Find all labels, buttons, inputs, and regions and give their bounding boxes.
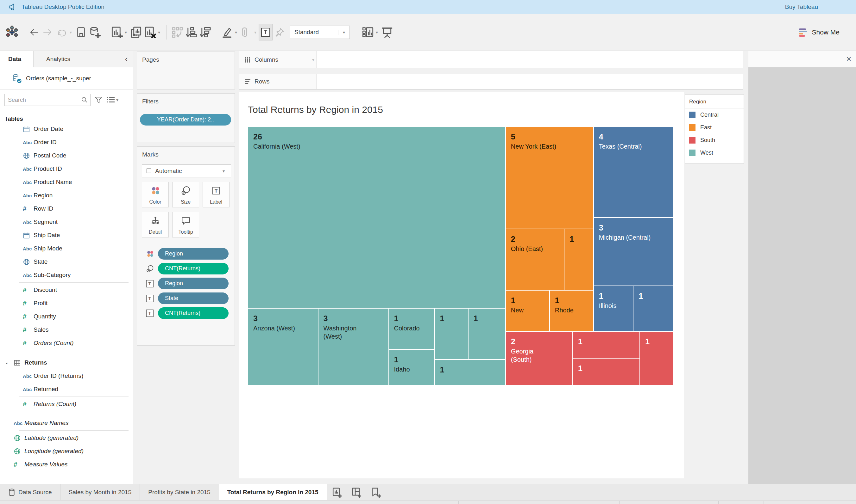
- field-order-id[interactable]: AbcOrder ID: [0, 136, 133, 149]
- rows-drop-zone[interactable]: [317, 74, 743, 89]
- legend-item-east[interactable]: East: [685, 121, 743, 134]
- new-dashboard-tab-button[interactable]: [347, 484, 366, 500]
- sort-descending-button[interactable]: [198, 24, 212, 40]
- sort-ascending-button[interactable]: [184, 24, 198, 40]
- tab-data[interactable]: Data: [0, 51, 33, 67]
- show-hide-cards-caret-icon[interactable]: ▾: [376, 30, 380, 35]
- sheet-tab-total-returns-by-region-in-2015[interactable]: Total Returns by Region in 2015: [219, 484, 327, 500]
- mark-type-dropdown[interactable]: Automatic ▾: [142, 164, 231, 177]
- color-button[interactable]: Color: [142, 182, 169, 208]
- field-orders-count[interactable]: #Orders (Count): [0, 337, 133, 350]
- field-order-date[interactable]: Order Date: [0, 122, 133, 136]
- pill-state[interactable]: State: [158, 292, 228, 304]
- field-discount[interactable]: #Discount: [0, 283, 133, 296]
- treemap-cell-california-west[interactable]: 26California (West): [248, 126, 506, 308]
- buy-tableau-link[interactable]: Buy Tableau: [785, 3, 818, 11]
- treemap-cell-washington-west[interactable]: 3Washington (West): [318, 308, 389, 385]
- columns-shelf[interactable]: Columns ▾: [239, 51, 743, 68]
- treemap-cell-south-20[interactable]: 1: [640, 331, 673, 385]
- color-legend-card[interactable]: Region CentralEastSouthWest: [685, 94, 744, 164]
- treemap-cell-texas-central[interactable]: 4Texas (Central): [594, 126, 673, 218]
- field-returns[interactable]: ⌄Returns: [0, 356, 133, 369]
- view-options-button[interactable]: ▾: [106, 96, 121, 104]
- pill-region[interactable]: Region: [158, 248, 228, 259]
- field-state[interactable]: State: [0, 255, 133, 268]
- collapse-pane-button[interactable]: ‹: [120, 51, 133, 67]
- treemap-cell-west-6[interactable]: 1: [468, 308, 506, 360]
- treemap-cell-new[interactable]: 1New: [506, 290, 550, 331]
- group-members-button[interactable]: [239, 24, 253, 40]
- treemap-cell-south-19[interactable]: 1: [573, 358, 640, 385]
- filter-pill-year-order-date-2[interactable]: YEAR(Order Date): 2..: [140, 114, 231, 126]
- field-product-id[interactable]: AbcProduct ID: [0, 162, 133, 176]
- legend-item-central[interactable]: Central: [685, 108, 743, 121]
- sheet-tab-sales-by-month-in-2015[interactable]: Sales by Month in 2015: [61, 484, 140, 500]
- show-me-button[interactable]: Show Me: [799, 28, 840, 37]
- treemap-cell-idaho[interactable]: 1Idaho: [389, 349, 435, 385]
- new-story-tab-button[interactable]: [366, 484, 386, 500]
- chevron-down-icon[interactable]: ⌄: [4, 359, 9, 365]
- new-worksheet-button[interactable]: [110, 24, 124, 40]
- show-mark-labels-button[interactable]: T: [259, 24, 273, 40]
- close-icon[interactable]: ✕: [846, 55, 852, 63]
- clear-sheet-button[interactable]: [143, 24, 157, 40]
- treemap-cell-east-10[interactable]: 1: [564, 229, 594, 290]
- treemap-cell-central-16[interactable]: 1: [633, 286, 673, 331]
- field-measure-values[interactable]: #Measure Values: [0, 458, 133, 471]
- treemap-cell-georgia-south[interactable]: 2Georgia (South): [506, 331, 573, 385]
- tableau-logo[interactable]: [5, 24, 19, 40]
- treemap-cell-colorado[interactable]: 1Colorado: [389, 308, 435, 349]
- field-returns-count[interactable]: #Returns (Count): [0, 397, 133, 411]
- detail-button[interactable]: Detail: [142, 212, 169, 237]
- sheet-tab-profits-by-state-in-2015[interactable]: Profits by State in 2015: [140, 484, 219, 500]
- highlight-button[interactable]: [220, 24, 234, 40]
- columns-caret-icon[interactable]: ▾: [312, 57, 316, 62]
- new-data-source-button[interactable]: [88, 24, 102, 40]
- new-worksheet-caret-icon[interactable]: ▾: [125, 30, 129, 35]
- legend-item-west[interactable]: West: [685, 146, 743, 159]
- save-button[interactable]: [74, 24, 88, 40]
- tooltip-button[interactable]: Tooltip: [172, 212, 199, 237]
- sheet-tab-data-source[interactable]: Data Source: [0, 484, 61, 500]
- pill-region[interactable]: Region: [158, 277, 228, 289]
- pill-cnt-returns[interactable]: CNT(Returns): [158, 307, 228, 319]
- pill-cnt-returns[interactable]: CNT(Returns): [158, 263, 228, 274]
- highlight-caret-icon[interactable]: ▾: [235, 30, 239, 35]
- field-returned[interactable]: AbcReturned: [0, 382, 133, 396]
- treemap-cell-west-7[interactable]: 1: [435, 360, 506, 385]
- field-row-id[interactable]: #Row ID: [0, 202, 133, 215]
- treemap-cell-west-5[interactable]: 1: [435, 308, 468, 360]
- treemap-cell-new-york-east[interactable]: 5New York (East): [506, 126, 594, 229]
- group-members-caret-icon[interactable]: ▾: [254, 30, 259, 35]
- treemap-cell-rhode[interactable]: 1Rhode: [550, 290, 594, 331]
- redo-button[interactable]: [41, 24, 55, 40]
- field-latitude-generated[interactable]: Latitude (generated): [0, 431, 133, 445]
- field-postal-code[interactable]: Postal Code: [0, 149, 133, 162]
- replay-caret-icon[interactable]: ▾: [70, 30, 74, 35]
- treemap-cell-south-18[interactable]: 1: [573, 331, 640, 358]
- size-button[interactable]: Size: [172, 182, 199, 208]
- clear-sheet-caret-icon[interactable]: ▾: [158, 30, 162, 35]
- show-hide-cards-button[interactable]: [361, 24, 375, 40]
- field-product-name[interactable]: AbcProduct Name: [0, 176, 133, 189]
- field-sub-category[interactable]: AbcSub-Category: [0, 268, 133, 282]
- columns-drop-zone[interactable]: [317, 51, 743, 68]
- field-order-id-returns[interactable]: AbcOrder ID (Returns): [0, 369, 133, 382]
- search-input[interactable]: [4, 94, 90, 106]
- fix-axes-pin-button[interactable]: [273, 24, 287, 40]
- label-button[interactable]: TLabel: [203, 182, 229, 208]
- treemap-cell-arizona-west[interactable]: 3Arizona (West): [248, 308, 318, 385]
- tab-analytics[interactable]: Analytics: [33, 51, 120, 67]
- legend-item-south[interactable]: South: [685, 134, 743, 146]
- field-profit[interactable]: #Profit: [0, 296, 133, 310]
- presentation-mode-button[interactable]: [380, 24, 394, 40]
- field-ship-date[interactable]: Ship Date: [0, 229, 133, 242]
- fit-selector[interactable]: Standard ▾: [290, 25, 350, 39]
- treemap-cell-illinois[interactable]: 1Illinois: [594, 286, 633, 331]
- field-sales[interactable]: #Sales: [0, 323, 133, 337]
- swap-rows-columns-button[interactable]: [170, 24, 184, 40]
- filter-fields-button[interactable]: [95, 96, 103, 104]
- replay-button[interactable]: [55, 24, 69, 40]
- treemap-cell-ohio-east[interactable]: 2Ohio (East): [506, 229, 564, 290]
- field-measure-names[interactable]: AbcMeasure Names: [0, 416, 133, 430]
